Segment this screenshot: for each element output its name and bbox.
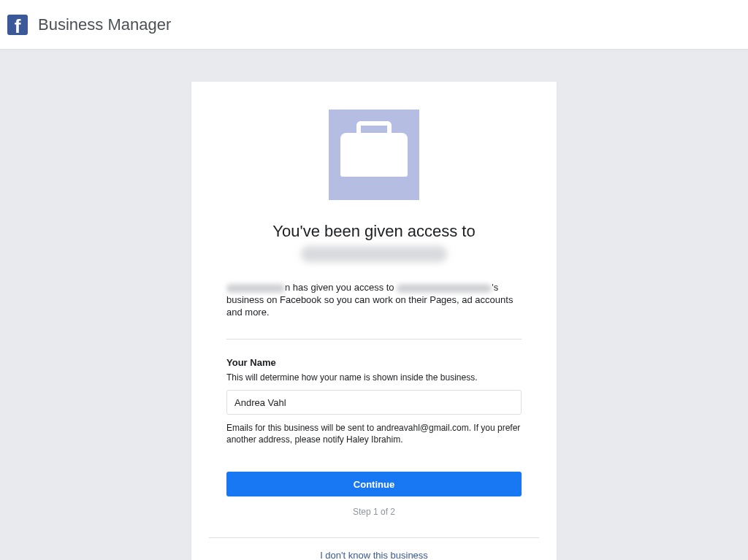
app-header: f Business Manager (0, 0, 748, 50)
continue-button[interactable]: Continue (226, 472, 522, 496)
main-content: You've been given access to n has given … (0, 50, 748, 560)
step-indicator: Step 1 of 2 (226, 507, 522, 517)
email-note: Emails for this business will be sent to… (226, 422, 522, 445)
facebook-logo-icon: f (7, 15, 28, 35)
desc-text-2: has given you access to (290, 282, 397, 293)
unknown-business-link[interactable]: I don't know this business (226, 550, 522, 560)
divider (226, 339, 522, 340)
heading-text: You've been given access to (272, 222, 475, 240)
name-input[interactable] (226, 390, 522, 415)
card-description: n has given you access to 's business on… (226, 281, 522, 318)
name-label: Your Name (226, 357, 522, 368)
briefcase-icon (329, 110, 419, 200)
name-hint: This will determine how your name is sho… (226, 372, 522, 383)
redacted-person-name (226, 284, 285, 293)
access-card: You've been given access to n has given … (191, 82, 557, 560)
card-icon-wrap (226, 110, 522, 200)
divider-bottom (209, 537, 539, 538)
redacted-business-name-inline (397, 284, 492, 293)
app-title: Business Manager (38, 15, 171, 34)
card-heading: You've been given access to (226, 220, 522, 264)
redacted-business-name (301, 246, 447, 262)
